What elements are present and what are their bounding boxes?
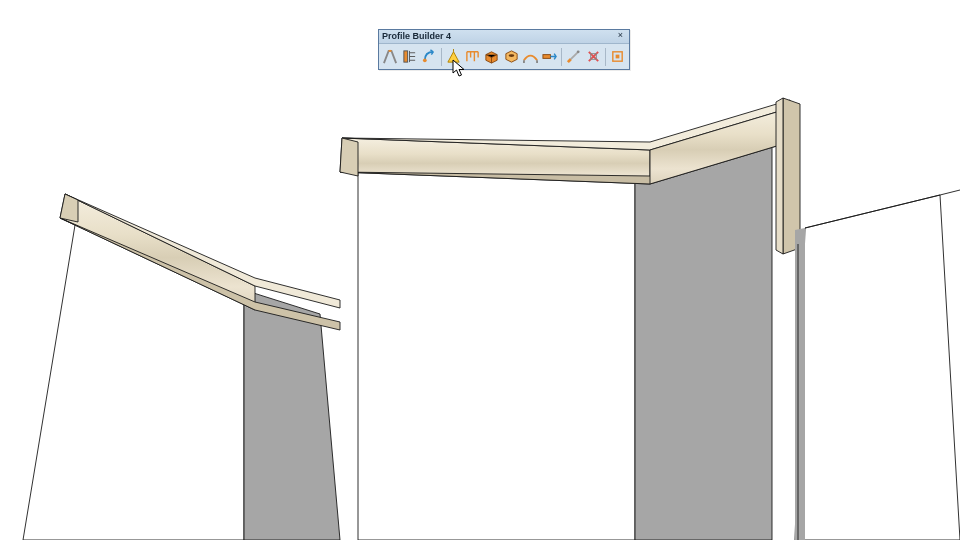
extend-icon[interactable] — [540, 46, 559, 68]
build-profile-icon[interactable] — [400, 46, 419, 68]
span-icon[interactable] — [521, 46, 540, 68]
revolve-icon[interactable] — [420, 46, 439, 68]
svg-point-2 — [508, 54, 514, 57]
trim-icon[interactable] — [444, 46, 463, 68]
toolbar-title: Profile Builder 4 — [382, 30, 451, 43]
hole-icon[interactable] — [502, 46, 521, 68]
svg-point-1 — [423, 58, 427, 62]
svg-rect-7 — [616, 55, 620, 59]
quantify-icon[interactable] — [608, 46, 627, 68]
svg-rect-0 — [404, 51, 408, 62]
toolbar-body — [379, 44, 629, 69]
profile-builder-icon[interactable] — [381, 46, 400, 68]
assembly-icon[interactable] — [482, 46, 501, 68]
remove-icon[interactable] — [584, 46, 603, 68]
svg-point-4 — [577, 50, 580, 53]
toolbar-header[interactable]: Profile Builder 4 × — [379, 30, 629, 44]
slice-icon[interactable] — [564, 46, 583, 68]
model-viewport[interactable] — [0, 0, 960, 540]
close-icon[interactable]: × — [615, 31, 626, 42]
svg-rect-3 — [543, 55, 551, 59]
profile-builder-toolbar[interactable]: Profile Builder 4 × — [378, 29, 630, 70]
smart-path-icon[interactable] — [463, 46, 482, 68]
scene-geometry — [0, 0, 960, 540]
